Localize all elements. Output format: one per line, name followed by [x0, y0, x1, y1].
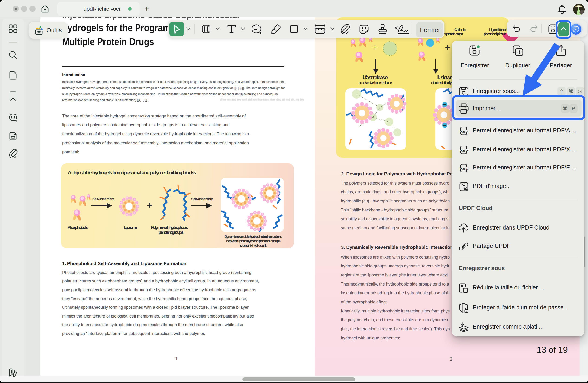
- svg-text:PDF/E: PDF/E: [460, 167, 468, 170]
- svg-text:Ligand-functi: Ligand-functi: [489, 28, 506, 32]
- svg-text:electrostatically: electrostatically: [431, 81, 452, 85]
- svg-text:s protein cargo: s protein cargo: [444, 32, 463, 36]
- svg-text:i. fast release: i. fast release: [362, 74, 388, 81]
- svg-text:Liposome: Liposome: [124, 225, 137, 230]
- svg-text:+: +: [445, 42, 450, 52]
- svg-text:Self-assembly: Self-assembly: [92, 197, 114, 201]
- svg-text:between lipid bilayer and pend: between lipid bilayer and pendant groups: [226, 239, 281, 243]
- svg-text:Phospholipids: Phospholipids: [67, 225, 88, 230]
- svg-text:passive size-based release: passive size-based release: [358, 81, 392, 85]
- svg-text:+: +: [147, 200, 152, 210]
- svg-text:+: +: [372, 43, 378, 53]
- svg-text:Polymer with hydrophobic: Polymer with hydrophobic: [151, 225, 188, 230]
- svg-text:crosslink hydrogel 1: crosslink hydrogel 1: [240, 243, 267, 247]
- svg-text:PDF/X: PDF/X: [460, 149, 468, 152]
- svg-text:PDF/A: PDF/A: [460, 130, 468, 133]
- svg-text:Cationic: Cationic: [454, 28, 466, 32]
- svg-text:pendant groups: pendant groups: [158, 230, 184, 235]
- svg-text:phospholipids (e.: phospholipids (e.: [483, 32, 506, 36]
- svg-text:Self-assembly: Self-assembly: [191, 197, 213, 201]
- svg-text:A : Injectable hydrogels from: A : Injectable hydrogels from liposomal …: [68, 170, 196, 175]
- svg-text:Dynamic reversible hydrophobic: Dynamic reversible hydrophobic interacti…: [224, 235, 282, 239]
